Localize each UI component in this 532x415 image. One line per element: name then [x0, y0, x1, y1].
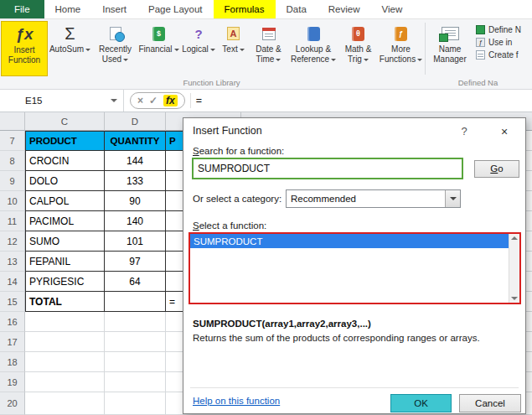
cell-C11[interactable]: PACIMOL [25, 211, 105, 231]
row-header-14[interactable]: 14 [0, 272, 25, 292]
row-header-20[interactable]: 20 [0, 392, 25, 415]
select-function-label: Select a function: [193, 220, 266, 231]
name-manager-button[interactable]: Name Manager [426, 21, 473, 76]
dialog-title-bar[interactable]: Insert Function ? × [183, 118, 525, 143]
cell-D18[interactable] [105, 352, 166, 372]
search-function-input[interactable] [192, 158, 463, 179]
tab-formulas[interactable]: Formulas [214, 0, 276, 18]
tab-page-layout[interactable]: Page Layout [137, 0, 214, 18]
scroll-down-icon[interactable] [511, 297, 518, 300]
help-on-function-link[interactable]: Help on this function [193, 396, 280, 406]
tab-home[interactable]: Home [44, 0, 92, 18]
row-header-11[interactable]: 11 [0, 211, 25, 231]
column-header-D[interactable]: D [105, 112, 166, 131]
cell-D12[interactable]: 101 [105, 231, 166, 252]
row-header-15[interactable]: 15 [0, 292, 25, 312]
dropdown-arrow-icon [123, 59, 128, 61]
tab-file[interactable]: File [0, 0, 44, 18]
category-dropdown-arrow-icon[interactable] [445, 190, 460, 207]
enter-entry-icon[interactable]: ✓ [149, 95, 158, 106]
insert-function-button[interactable]: ƒx Insert Function [1, 21, 48, 76]
cell-D9[interactable]: 133 [105, 171, 166, 191]
cell-D15[interactable] [105, 292, 166, 312]
text-icon: A [227, 23, 240, 44]
text-button[interactable]: A Text [218, 21, 249, 76]
logical-button[interactable]: ? Logical [179, 21, 218, 76]
cell-C16[interactable] [25, 312, 105, 332]
cell-C8[interactable]: CROCIN [25, 151, 105, 171]
cell-D7[interactable]: QUANTITY [105, 131, 166, 151]
cell-C15[interactable]: TOTAL [25, 292, 105, 312]
math-trig-button[interactable]: θ Math & Trig [338, 21, 378, 76]
search-function-label: Search for a function: [193, 146, 284, 156]
ok-button[interactable]: OK [390, 394, 452, 412]
category-value: Recommended [291, 194, 356, 204]
cell-C7[interactable]: PRODUCT [25, 131, 105, 151]
cancel-button[interactable]: Cancel [459, 394, 521, 412]
function-list-item-selected[interactable]: SUMPRODUCT [190, 234, 509, 248]
math-trig-icon: θ [352, 23, 364, 44]
row-header-16[interactable]: 16 [0, 312, 25, 332]
listbox-scrollbar[interactable] [509, 234, 519, 303]
autosum-button[interactable]: Σ AutoSum [48, 21, 92, 76]
go-button[interactable]: Go [474, 160, 519, 178]
tab-review[interactable]: Review [318, 0, 371, 18]
cell-C14[interactable]: PYRIGESIC [25, 272, 105, 292]
function-listbox[interactable]: SUMPRODUCT [189, 232, 521, 304]
formula-bar-divider [190, 93, 191, 108]
row-header-18[interactable]: 18 [0, 352, 25, 372]
cell-C20[interactable] [25, 392, 105, 415]
row-header-9[interactable]: 9 [0, 171, 25, 191]
column-header-C[interactable]: C [25, 112, 105, 131]
cell-C18[interactable] [25, 352, 105, 372]
cell-C17[interactable] [25, 332, 105, 352]
recently-used-button[interactable]: Recently Used [92, 21, 138, 76]
cell-D13[interactable]: 97 [105, 252, 166, 272]
define-name-button[interactable]: Define N [476, 25, 532, 34]
function-description: Returns the sum of the products of corre… [193, 333, 480, 343]
name-box-dropdown-icon[interactable] [111, 99, 117, 102]
row-header-10[interactable]: 10 [0, 191, 25, 211]
insert-function-fx-icon[interactable]: fx [163, 95, 178, 106]
define-name-icon [476, 25, 485, 34]
cell-D10[interactable]: 90 [105, 191, 166, 211]
lookup-reference-button[interactable]: Lookup & Reference [288, 21, 338, 76]
name-box[interactable]: E15 [0, 90, 124, 112]
date-time-button[interactable]: Date & Time [249, 21, 288, 76]
financial-button[interactable]: $ Financial [138, 21, 179, 76]
cancel-entry-icon[interactable]: × [137, 95, 143, 106]
row-header-7[interactable]: 7 [0, 131, 25, 151]
use-in-formula-button[interactable]: ƒ Use in [476, 38, 532, 47]
row-header-17[interactable]: 17 [0, 332, 25, 352]
cell-D19[interactable] [105, 372, 166, 392]
tab-view[interactable]: View [371, 0, 414, 18]
more-functions-button[interactable]: ƒ More Functions [378, 21, 424, 76]
cell-D14[interactable]: 64 [105, 272, 166, 292]
cell-D8[interactable]: 144 [105, 151, 166, 171]
cell-D16[interactable] [105, 312, 166, 332]
date-time-label: Date & Time [249, 44, 288, 65]
cell-C10[interactable]: CALPOL [25, 191, 105, 211]
row-header-13[interactable]: 13 [0, 252, 25, 272]
row-header-8[interactable]: 8 [0, 151, 25, 171]
row-header-12[interactable]: 12 [0, 231, 25, 252]
cell-C12[interactable]: SUMO [25, 231, 105, 252]
cell-C19[interactable] [25, 372, 105, 392]
scroll-up-icon[interactable] [511, 236, 518, 240]
formula-input[interactable]: = [196, 95, 532, 106]
row-header-19[interactable]: 19 [0, 372, 25, 392]
recently-used-label: Recently Used [92, 44, 138, 65]
tab-insert[interactable]: Insert [91, 0, 137, 18]
category-dropdown[interactable]: Recommended [286, 189, 461, 208]
dialog-help-icon[interactable]: ? [452, 123, 477, 139]
cell-D11[interactable]: 140 [105, 211, 166, 231]
cell-D17[interactable] [105, 332, 166, 352]
cell-C9[interactable]: DOLO [25, 171, 105, 191]
cell-D20[interactable] [105, 392, 166, 415]
create-from-selection-button[interactable]: Create f [476, 50, 532, 60]
dialog-close-icon[interactable]: × [492, 123, 517, 139]
tab-data[interactable]: Data [276, 0, 318, 18]
excel-window: File Home Insert Page Layout Formulas Da… [0, 0, 532, 415]
select-all-corner[interactable] [0, 112, 25, 131]
cell-C13[interactable]: FEPANIL [25, 252, 105, 272]
